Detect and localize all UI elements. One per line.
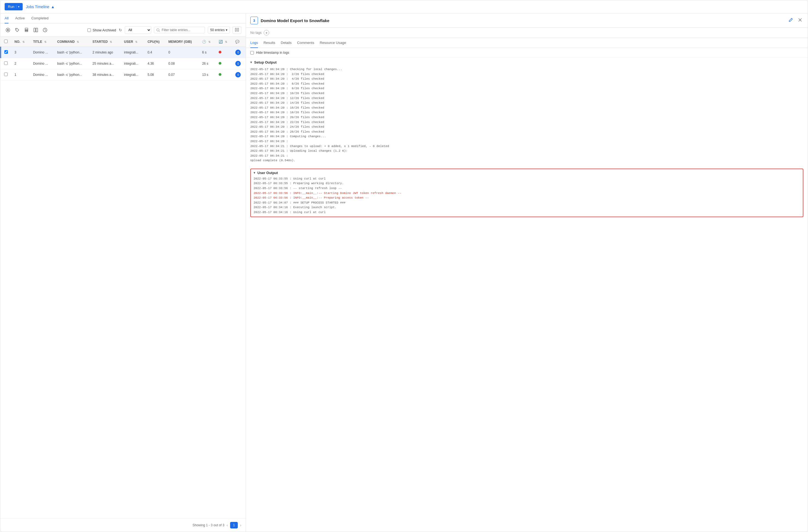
col-title[interactable]: TITLE ⇅ [30,37,54,47]
tab-all[interactable]: All [5,13,8,23]
columns-icon [235,28,239,32]
col-no[interactable]: NO. ⇅ [11,37,30,47]
user-log-line: 2022-05-17 06:33:56 : INFO:__main__:-- P… [254,196,800,201]
tab-completed[interactable]: Completed [31,13,49,23]
col-time[interactable]: 🕐 ⇅ [199,37,215,47]
row-command: bash -c 'python... [54,58,89,69]
tag-icon-btn[interactable] [14,27,20,33]
filter-select[interactable]: All Active Completed Failed [125,26,151,34]
right-panel: 3 Domino Model Export to Snowflake No ta… [246,13,808,532]
select-all-checkbox[interactable] [4,40,8,43]
close-panel-button[interactable] [797,17,803,24]
printer-icon-btn[interactable] [23,27,30,33]
row-memory: 0.08 [165,58,199,69]
row-cpu: 5.08 [144,69,165,80]
table-row[interactable]: 3 Domino ... bash -c 'python... 2 minute… [1,47,246,58]
tab-active[interactable]: Active [15,13,24,23]
jobs-timeline-link[interactable]: Jobs Timeline ▲ [26,5,55,9]
tab-logs[interactable]: Logs [250,38,258,48]
log-line: 2022-05-17 06:34:20 : Checking for local… [250,67,803,72]
prev-page-button[interactable]: ‹ [226,523,228,527]
run-button[interactable]: Run ▾ [5,3,23,11]
toolbar: Show Archived ↻ All Active Completed Fai… [0,23,246,37]
col-memory[interactable]: MEMORY (GIB) [165,37,199,47]
job-number: 3 [253,19,255,23]
page-1-button[interactable]: 1 [230,522,238,529]
comment-badge: 0 [235,72,241,77]
svg-point-2 [16,29,17,30]
log-line: 2022-05-17 06:34:20 : 4/26 files checked [250,77,803,81]
entries-label: 50 entries [210,28,225,32]
edit-icon [789,18,793,22]
table-row[interactable]: 2 Domino ... bash -c 'python... 25 minut… [1,58,246,69]
entries-select[interactable]: 50 entries ▾ [208,26,230,34]
row-checkbox-cell [1,69,12,80]
right-tabs: Logs Results Details Comments Resource U… [246,38,808,48]
radio-icon-btn[interactable] [5,27,11,33]
tab-details[interactable]: Details [281,38,292,48]
user-log-line: 2022-05-17 06:33:56 : INFO:__main__:-- S… [254,191,800,196]
sort-icon-no: ⇅ [22,40,24,43]
refresh-button[interactable]: ↻ [119,28,122,32]
col-cpu[interactable]: CPU(%) [144,37,165,47]
filter-input[interactable] [162,28,203,32]
show-archived-checkbox[interactable] [87,28,91,32]
row-checkbox-cell [1,47,12,58]
row-user: integrati... [121,47,144,58]
close-icon [798,18,802,22]
edit-title-button[interactable] [788,17,794,24]
next-page-button[interactable]: › [240,523,241,527]
layout-icon-btn[interactable] [33,27,39,33]
status-dot [219,73,221,76]
tab-results[interactable]: Results [263,38,275,48]
col-checkbox [1,37,12,47]
row-started: 25 minutes a... [89,58,121,69]
log-line: 2022-05-17 06:34:20 : 10/26 files checke… [250,91,803,96]
col-command[interactable]: COMMAND ⇅ [54,37,89,47]
col-status[interactable]: 🔄 ⇅ [215,37,232,47]
row-title: Domino ... [30,58,54,69]
col-user[interactable]: USER ⇅ [121,37,144,47]
col-comments[interactable]: 💬 [232,37,246,47]
hide-timestamp-label: Hide timestamp in logs [256,51,289,55]
setup-output-header[interactable]: ▾ Setup Output [250,58,803,67]
jobs-table: NO. ⇅ TITLE ⇅ COMMAND ⇅ [0,37,246,518]
setup-chevron-icon: ▾ [250,61,252,64]
row-started: 38 minutes a... [89,69,121,80]
row-checkbox[interactable] [4,50,8,54]
row-memory: 0 [165,47,199,58]
logs-panel: Hide timestamp in logs ▾ Setup Output 20… [246,48,808,532]
add-tag-button[interactable]: + [264,30,269,36]
user-log-line: 2022-05-17 06:34:16 : Using curl at curl [254,210,800,215]
log-line: 2022-05-17 06:34:20 : 12/26 files checke… [250,96,803,101]
table-row[interactable]: 1 Domino ... bash -c 'python... 38 minut… [1,69,246,80]
sort-icon-title: ⇅ [44,40,47,43]
tab-resource-usage[interactable]: Resource Usage [320,38,346,48]
row-checkbox[interactable] [4,61,8,65]
col-started[interactable]: STARTED ⇅ [89,37,121,47]
sort-icon-user: ⇅ [135,40,137,43]
log-line: 2022-05-17 06:34:20 : [250,139,803,144]
user-output-title: User Output [257,171,278,175]
log-line: 2022-05-17 06:34:21 : Uploading local ch… [250,149,803,154]
user-chevron-icon: ▾ [254,171,255,175]
status-dot [219,51,221,54]
svg-line-9 [159,31,160,32]
top-bar: Run ▾ Jobs Timeline ▲ [0,0,808,13]
sort-icon-time: ⇅ [208,40,210,43]
user-output-header[interactable]: ▾ User Output [254,171,800,176]
row-no: 3 [11,47,30,58]
status-dot [219,62,221,65]
columns-button[interactable] [233,26,241,34]
chevron-down-icon: ▾ [226,28,227,32]
row-title: Domino ... [30,47,54,58]
run-dropdown-arrow[interactable]: ▾ [16,5,19,8]
clock-icon-btn[interactable] [42,27,48,33]
row-no: 1 [11,69,30,80]
hide-timestamp-checkbox[interactable] [250,51,254,55]
row-user: integrati... [121,58,144,69]
svg-rect-11 [238,28,239,31]
tab-comments[interactable]: Comments [297,38,314,48]
row-title: Domino ... [30,69,54,80]
row-checkbox[interactable] [4,73,8,76]
